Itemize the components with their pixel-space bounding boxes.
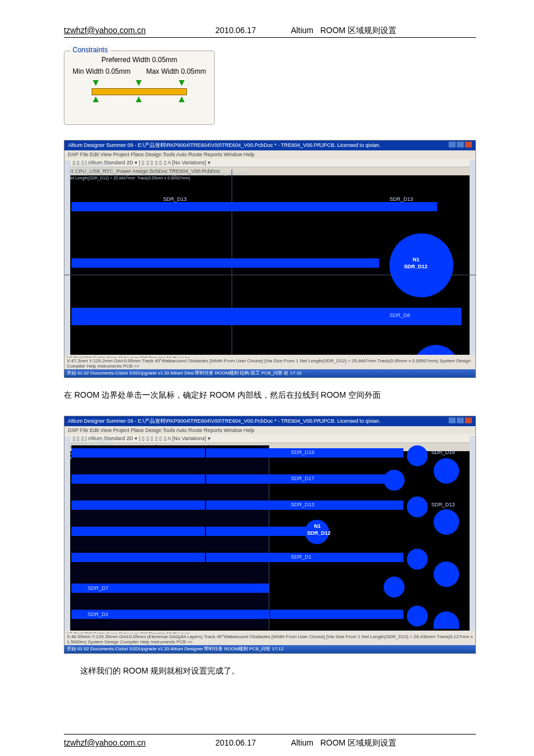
footer-email: tzwhzf@yahoo.com.cn — [64, 738, 146, 748]
right-panel-tabs[interactable] — [470, 160, 475, 361]
net-label: SDR_D12 — [307, 530, 331, 536]
constraints-group-label: Constraints — [70, 46, 110, 54]
net-label: SDR_D1 — [291, 554, 312, 560]
net-label: SDR_D7 — [88, 585, 109, 591]
window-titlebar: Altium Designer Summer 09 - E:\产品资料\RKP9… — [64, 141, 475, 150]
net-label: SDR_D13 — [389, 196, 413, 202]
altium-screenshot-2: Altium Designer Summer 09 - E:\产品资料\RKP9… — [64, 416, 476, 654]
max-width-label: Max Width 0.05mm — [146, 67, 206, 75]
right-panel-tabs[interactable] — [470, 436, 475, 637]
page-header: tzwhzf@yahoo.com.cn 2010.06.17 Altium RO… — [64, 17, 476, 40]
min-icon[interactable] — [449, 417, 456, 423]
net-label: N1 — [413, 257, 420, 262]
net-label: SDR_D13 — [291, 502, 315, 507]
window-titlebar: Altium Designer Summer 09 - E:\产品资料\RKP9… — [64, 416, 475, 426]
max-icon[interactable] — [457, 417, 464, 423]
constraints-panel: Constraints Preferred Width 0.05mm Min W… — [64, 51, 215, 125]
menu-bar[interactable]: DXP File Edit View Project Place Design … — [64, 426, 475, 434]
header-email: tzwhzf@yahoo.com.cn — [64, 26, 146, 36]
header-title: Altium ROOM 区域规则设置 — [291, 26, 396, 36]
header-date: 2010.06.17 — [215, 26, 256, 36]
net-label: SDR_D2 — [88, 611, 109, 617]
net-label: SDR_D17 — [291, 476, 315, 481]
close-icon[interactable] — [465, 142, 472, 147]
left-panel-tabs[interactable] — [64, 436, 70, 637]
net-label: SDR_D8 — [389, 312, 410, 318]
close-icon[interactable] — [465, 417, 472, 423]
room-region — [71, 445, 269, 629]
trace-sdr-d13 — [71, 202, 437, 211]
net-label: SDR_D13 — [163, 196, 187, 202]
max-icon[interactable] — [457, 142, 464, 147]
trace-sdr-d12 — [71, 258, 379, 268]
page-footer: tzwhzf@yahoo.com.cn 2010.06.17 Altium RO… — [64, 726, 476, 751]
body-text-1: 在 ROOM 边界处单击一次鼠标，确定好 ROOM 内部线，然后在拉线到 ROO… — [64, 387, 476, 403]
menu-bar[interactable]: DXP File Edit View Project Place Design … — [64, 150, 475, 159]
heads-up-display: x: 47.300 dx: 0.050 mm y: 129.350 dy: 0.… — [68, 163, 249, 181]
min-icon[interactable] — [449, 142, 456, 147]
net-label: SDR_D19 — [291, 449, 315, 455]
footer-title: Altium ROOM 区域规则设置 — [291, 738, 396, 748]
net-label: SDR_D12 — [404, 264, 428, 269]
min-width-label: Min Width 0.05mm — [73, 67, 131, 75]
taskbar[interactable]: 开始 01 02 Documents-Cisbsl SSDUpgrade v1.… — [64, 645, 475, 653]
width-arrows-diagram — [75, 79, 203, 105]
footer-date: 2010.06.17 — [215, 738, 256, 748]
taskbar[interactable]: 开始 01 02 Documents-Cisbsl SSDUpgrade v1.… — [64, 369, 475, 377]
net-label: SDR_D19 — [431, 449, 455, 455]
left-panel-tabs[interactable] — [64, 160, 70, 361]
body-text-2: 这样我们的 ROOM 规则就相对设置完成了。 — [64, 663, 476, 679]
status-bar: X:47.3mm Y:129.2mm Grid:0.05mm Track 45°… — [64, 358, 475, 369]
net-label: SDR_D13 — [431, 502, 455, 507]
altium-screenshot-1: Altium Designer Summer 09 - E:\产品资料\RKP9… — [64, 140, 476, 378]
net-label: N1 — [314, 523, 321, 529]
preferred-width-label: Preferred Width 0.05mm — [73, 56, 206, 64]
status-bar: X:46.55mm Y:129.35mm Grid:0.05mm (Electr… — [64, 633, 475, 645]
